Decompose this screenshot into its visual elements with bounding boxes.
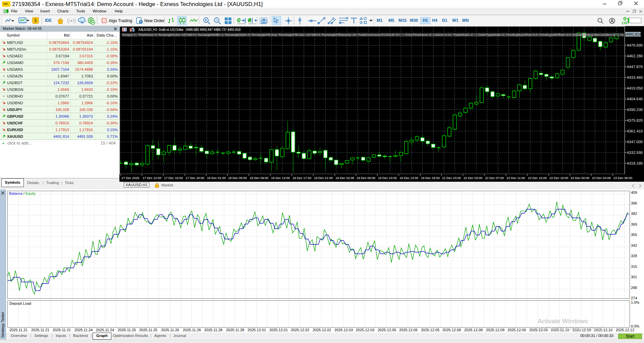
svg-text:19 Dec 18:00: 19 Dec 18:00 <box>421 176 440 180</box>
svg-text:17 Dec 12:00: 17 Dec 12:00 <box>143 176 161 180</box>
svg-text:4361.410: 4361.410 <box>627 129 643 133</box>
svg-text:23 Dec 00:00: 23 Dec 00:00 <box>571 176 589 180</box>
svg-text:4433.460: 4433.460 <box>627 75 643 79</box>
svg-text:4375.820: 4375.820 <box>627 118 643 122</box>
svg-text:4476.690: 4476.690 <box>627 43 643 47</box>
svg-text:17 Dec 20:00: 17 Dec 20:00 <box>185 176 204 180</box>
svg-text:23 Dec 08:00: 23 Dec 08:00 <box>613 176 632 180</box>
svg-text:4404.640: 4404.640 <box>627 97 643 101</box>
svg-text:18 Dec 01:00: 18 Dec 01:00 <box>207 176 226 180</box>
svg-text:18 Dec 09:00: 18 Dec 09:00 <box>250 176 268 180</box>
svg-text:4332.590: 4332.590 <box>627 151 643 155</box>
svg-text:23 Dec 04:00: 23 Dec 04:00 <box>592 176 611 180</box>
svg-text:4491.814: 4491.814 <box>626 32 641 36</box>
svg-text:22 Dec 15:00: 22 Dec 15:00 <box>528 176 547 180</box>
svg-text:22 Dec 19:00: 22 Dec 19:00 <box>549 176 568 180</box>
svg-text:4347.000: 4347.000 <box>627 140 643 144</box>
svg-text:LVL: LVL <box>622 21 628 25</box>
svg-text:18 Dec 05:00: 18 Dec 05:00 <box>228 176 247 180</box>
svg-text:21 Dec 23:00: 21 Dec 23:00 <box>442 176 461 180</box>
svg-text:22 Dec 07:00: 22 Dec 07:00 <box>485 176 504 180</box>
svg-text:22 Dec 11:00: 22 Dec 11:00 <box>506 176 525 180</box>
svg-text:4447.870: 4447.870 <box>627 65 643 69</box>
svg-text:19 Dec 14:00: 19 Dec 14:00 <box>399 176 418 180</box>
svg-text:19 Dec 06:00: 19 Dec 06:00 <box>357 176 375 180</box>
svg-text:22 Dec 03:00: 22 Dec 03:00 <box>464 176 482 180</box>
svg-text:17 Dec 2025: 17 Dec 2025 <box>121 176 139 180</box>
svg-text:18 Dec 17:00: 18 Dec 17:00 <box>292 176 311 180</box>
svg-text:4318.180: 4318.180 <box>627 161 643 165</box>
svg-text:4462.280: 4462.280 <box>627 54 643 58</box>
svg-text:18 Dec 21:00: 18 Dec 21:00 <box>314 176 333 180</box>
svg-text:$: $ <box>34 18 37 23</box>
svg-text:18 Dec 13:00: 18 Dec 13:00 <box>271 176 290 180</box>
svg-text:19 Dec 02:00: 19 Dec 02:00 <box>335 176 354 180</box>
svg-text:19 Dec 10:00: 19 Dec 10:00 <box>378 176 397 180</box>
svg-text:4390.230: 4390.230 <box>627 108 643 112</box>
svg-text:4419.050: 4419.050 <box>627 86 643 90</box>
svg-text:17 Dec 16:00: 17 Dec 16:00 <box>164 176 183 180</box>
